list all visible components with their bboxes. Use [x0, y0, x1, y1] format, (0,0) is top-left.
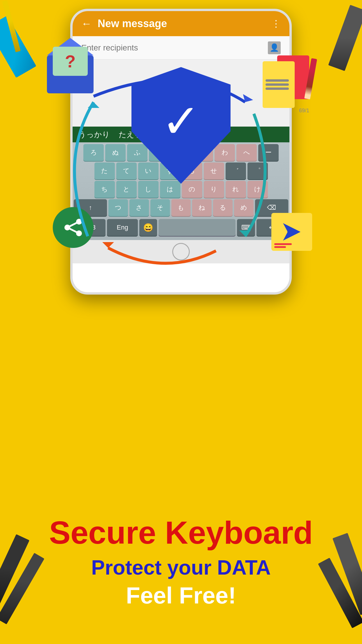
key-chi[interactable]: ち: [94, 181, 115, 198]
svg-marker-5: [283, 223, 301, 241]
back-button[interactable]: ←: [81, 18, 92, 30]
send-arrow-icon: [280, 220, 303, 244]
home-button[interactable]: [172, 243, 190, 260]
share-icon: [61, 216, 85, 239]
menu-button[interactable]: ⋮: [271, 18, 281, 29]
suggestion-left[interactable]: うっかり: [78, 130, 110, 140]
key-ta[interactable]: た: [94, 162, 115, 179]
key-ke[interactable]: け: [247, 181, 268, 198]
key-sa[interactable]: さ: [129, 199, 149, 216]
key-ne[interactable]: ね: [192, 199, 212, 216]
doc-counter-label: 69/1: [299, 108, 309, 114]
add-recipient-button[interactable]: 👤: [268, 41, 281, 54]
mail-envelope-icon: ?: [47, 55, 99, 102]
app-title: New message: [98, 18, 271, 30]
key-mo[interactable]: も: [171, 199, 191, 216]
svg-line-4: [67, 228, 79, 233]
svg-line-3: [67, 222, 79, 228]
key-keyboard[interactable]: ⌨: [237, 219, 255, 236]
key-nu[interactable]: ぬ: [105, 144, 126, 161]
subline1-text: Protect your DATA: [17, 556, 345, 579]
navigation-bar: [73, 240, 289, 263]
key-row-4: ↑ つ さ そ も ね る め ⌫: [74, 199, 288, 216]
bottom-text-section: Secure Keyboard Protect your DATA Feel F…: [0, 515, 362, 609]
key-ru[interactable]: る: [213, 199, 233, 216]
subline2-text: Feel Free!: [17, 582, 345, 609]
key-space[interactable]: [159, 219, 236, 236]
security-shield: ✓: [131, 67, 231, 184]
key-handakuten[interactable]: ゜: [247, 162, 268, 179]
phone-mockup: ? 69/1: [70, 9, 292, 295]
key-he[interactable]: へ: [236, 144, 257, 161]
checkmark-icon: ✓: [161, 94, 201, 148]
question-mark-icon: ?: [65, 51, 76, 71]
recipient-row: 👤: [73, 36, 289, 60]
share-button-icon: [53, 207, 94, 248]
document-stack-icon: 69/1: [263, 55, 309, 114]
keyboard-bottom-row: 123 Eng 😄 ⌨ ↵: [74, 218, 288, 238]
key-emoji[interactable]: 😄: [139, 219, 157, 236]
recipient-input[interactable]: [81, 43, 268, 52]
key-eng[interactable]: Eng: [107, 219, 138, 236]
message-send-icon: [271, 213, 312, 257]
key-tsu[interactable]: つ: [108, 199, 128, 216]
key-so[interactable]: そ: [150, 199, 170, 216]
key-dash[interactable]: ー: [258, 144, 279, 161]
key-me[interactable]: め: [234, 199, 254, 216]
key-ro[interactable]: ろ: [83, 144, 104, 161]
app-bar: ← New message ⋮: [73, 11, 289, 36]
headline-text: Secure Keyboard: [17, 515, 345, 550]
